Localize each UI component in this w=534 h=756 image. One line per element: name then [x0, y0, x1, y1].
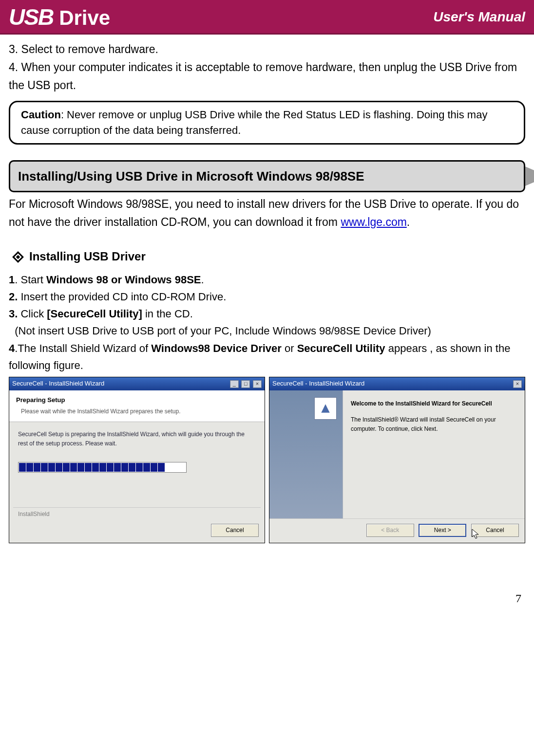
section-header-wrap: Installing/Using USB Drive in Microsoft … [9, 160, 525, 192]
page-content: 3. Select to remove hardware. 4. When yo… [0, 35, 534, 563]
product-logo: USB Drive [9, 4, 110, 30]
minimize-icon[interactable]: _ [230, 380, 239, 388]
step3-note: (Not insert USB Drive to USB port of you… [9, 322, 525, 339]
s4-txt1: .The Install Shield Wizard of [15, 342, 151, 354]
logo-drive-text: Drive [59, 6, 110, 30]
window-controls: × [512, 379, 522, 389]
dialog2-welcome-heading: Welcome to the InstallShield Wizard for … [351, 399, 517, 408]
s1-txt1: . Start [15, 274, 46, 286]
dialog1-title: SecureCell - InstallShield Wizard [12, 379, 104, 389]
s3-bold: [SecureCell Utility] [47, 308, 142, 320]
close-icon[interactable]: × [513, 380, 522, 388]
diamond-bullet-icon [12, 251, 24, 263]
back-button: < Back [366, 524, 414, 537]
window-controls: _ □ × [229, 379, 262, 389]
progress-bar [18, 462, 187, 473]
section-intro-b: . [407, 216, 410, 228]
bullet-heading: Installing USB Driver [12, 247, 525, 266]
cancel-button[interactable]: Cancel [211, 524, 259, 537]
figure-row: SecureCell - InstallShield Wizard _ □ × … [9, 377, 525, 543]
caution-label: Caution [21, 109, 61, 121]
step4: 4.The Install Shield Wizard of Windows98… [9, 340, 525, 374]
s2-txt: Insert the provided CD into CD-ROM Drive… [18, 291, 226, 303]
section-arrow-icon [525, 166, 534, 186]
bullet-title: Installing USB Driver [29, 247, 146, 266]
next-button[interactable]: Next > [419, 524, 466, 537]
page-number: 7 [0, 563, 534, 618]
s1-num: 1 [9, 274, 15, 286]
dialog1-body: SecureCell Setup is preparing the Instal… [9, 422, 265, 507]
section-intro: For Microsoft Windows 98/98SE, you need … [9, 195, 525, 231]
dialog1-body-text: SecureCell Setup is preparing the Instal… [18, 430, 256, 448]
dialog1-heading: Preparing Setup [16, 395, 258, 406]
logo-usb-text: USB [9, 4, 53, 30]
cursor-icon [471, 528, 481, 540]
dialog2-buttons: < Back Next > Cancel [269, 518, 525, 543]
step-3-text: 3. Select to remove hardware. [9, 40, 525, 58]
titlebar: SecureCell - InstallShield Wizard _ □ × [9, 377, 265, 390]
dialog1-buttons: Cancel [9, 519, 265, 543]
caution-box: Caution: Never remove or unplug USB Driv… [9, 101, 525, 145]
dialog2-main: Welcome to the InstallShield Wizard for … [269, 390, 525, 518]
close-icon[interactable]: × [253, 380, 262, 388]
s4-bold1: Windows98 Device Driver [151, 342, 282, 354]
dialog1-header-panel: Preparing Setup Please wait while the In… [9, 390, 265, 422]
titlebar: SecureCell - InstallShield Wizard × [269, 377, 525, 390]
header-bar: USB Drive User's Manual [0, 0, 534, 35]
s1-txt2: . [201, 274, 204, 286]
s1-bold: Windows 98 or Windows 98SE [46, 274, 201, 286]
users-manual-label: User's Manual [433, 9, 525, 25]
download-link[interactable]: www.lge.com [341, 216, 406, 228]
step2: 2. Insert the provided CD into CD-ROM Dr… [9, 288, 525, 305]
s3-txt2: in the CD. [142, 308, 193, 320]
dialog2-title: SecureCell - InstallShield Wizard [272, 379, 364, 389]
s4-txt2: or [282, 342, 297, 354]
dialog2-body-text: The InstallShield® Wizard will install S… [351, 415, 517, 434]
step-4-text: 4. When your computer indicates it is ac… [9, 58, 525, 94]
maximize-icon[interactable]: □ [241, 380, 250, 388]
s3-num: 3. [9, 308, 18, 320]
section-header: Installing/Using USB Drive in Microsoft … [9, 160, 525, 192]
s2-num: 2. [9, 291, 18, 303]
step1: 1. Start Windows 98 or Windows 98SE. [9, 271, 525, 288]
caution-text: : Never remove or unplug USB Drive while… [21, 109, 487, 136]
dialog1-sub: Please wait while the InstallShield Wiza… [16, 407, 258, 416]
s4-bold2: SecureCell Utility [297, 342, 385, 354]
s4-num: 4 [9, 342, 15, 354]
section-intro-a: For Microsoft Windows 98/98SE, you need … [9, 198, 519, 228]
step3: 3. Click [SecureCell Utility] in the CD. [9, 305, 525, 322]
install-steps: 1. Start Windows 98 or Windows 98SE. 2. … [9, 271, 525, 374]
dialog2-side-graphic [269, 390, 343, 518]
install-dialog-preparing: SecureCell - InstallShield Wizard _ □ × … [9, 377, 265, 543]
s3-txt1: Click [18, 308, 47, 320]
install-dialog-welcome: SecureCell - InstallShield Wizard × Welc… [269, 377, 525, 543]
installer-graphic-icon [314, 397, 337, 420]
installshield-label: InstallShield [13, 507, 261, 519]
dialog2-right-panel: Welcome to the InstallShield Wizard for … [343, 390, 525, 518]
